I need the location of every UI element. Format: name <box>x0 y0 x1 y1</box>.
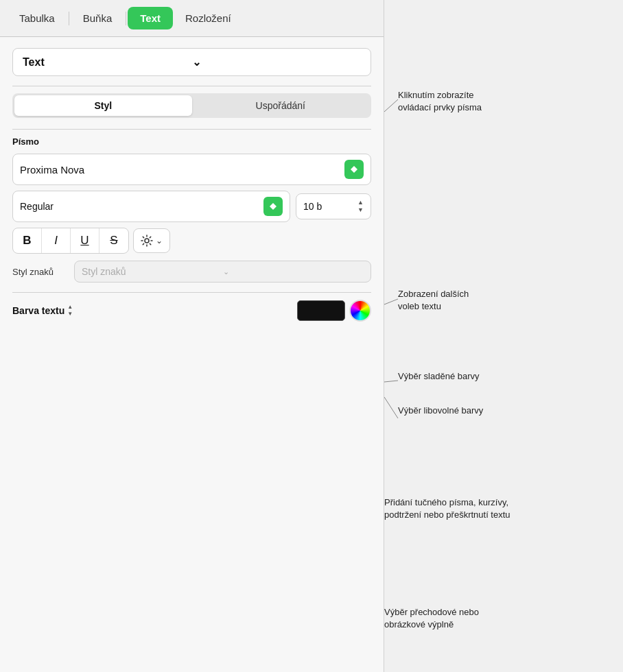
panel-content: Text ⌄ Styl Uspořádání Písmo Proxima Nov… <box>0 37 384 672</box>
underline-button[interactable]: U <box>71 228 99 253</box>
font-name-stepper[interactable] <box>344 160 364 179</box>
annotations-area: Kliknutím zobrazíte ovládací prvky písma… <box>384 0 623 672</box>
text-color-stepper[interactable]: ▲ ▼ <box>67 304 73 317</box>
color-controls <box>297 300 371 322</box>
tab-text[interactable]: Text <box>128 7 173 29</box>
color-label-group[interactable]: Barva textu ▲ ▼ <box>12 304 73 317</box>
annotation-more-options: Zobrazení dalších voleb textu <box>398 288 469 313</box>
font-name-value: Proxima Nova <box>20 164 344 176</box>
format-group: B I U S <box>12 228 129 254</box>
svg-line-8 <box>384 397 398 418</box>
annotation-format-note: Přidání tučného písma, kurzívy, podtržen… <box>384 496 510 521</box>
text-dropdown[interactable]: Text ⌄ <box>12 48 371 76</box>
color-down-arrow: ▼ <box>67 311 73 317</box>
annotation-matched-color: Výběr sladěné barvy <box>398 370 480 383</box>
annotation-font-controls: Kliknutím zobrazíte ovládací prvky písma <box>398 89 482 114</box>
svg-marker-2 <box>270 203 277 206</box>
font-style-picker[interactable]: Regular <box>12 191 290 222</box>
color-swatch[interactable] <box>297 300 345 321</box>
divider-2 <box>12 129 371 130</box>
size-up-arrow: ▲ <box>357 200 364 206</box>
svg-line-6 <box>384 299 398 304</box>
svg-point-4 <box>145 239 149 243</box>
annotation-gradient-note: Výběr přechodové nebo obrázkové výplně <box>384 606 479 631</box>
char-style-placeholder: Styl znaků <box>82 266 223 277</box>
svg-marker-1 <box>351 169 357 173</box>
color-wheel[interactable] <box>349 300 371 322</box>
font-size-picker[interactable]: 10 b ▲ ▼ <box>296 193 371 219</box>
font-style-row: Regular 10 b ▲ ▼ <box>12 191 371 222</box>
bold-button[interactable]: B <box>13 228 42 253</box>
text-color-row: Barva textu ▲ ▼ <box>12 300 371 322</box>
tab-tabulka[interactable]: Tabulka <box>7 7 67 29</box>
char-style-row: Styl znaků Styl znaků ⌄ <box>12 261 371 283</box>
toggle-usporadani[interactable]: Uspořádání <box>192 95 370 116</box>
color-up-arrow: ▲ <box>67 304 73 310</box>
font-style-value: Regular <box>20 201 263 212</box>
more-options-button[interactable]: ⌄ <box>133 228 170 253</box>
svg-marker-3 <box>270 206 277 210</box>
tab-bunka[interactable]: Buňka <box>71 7 125 29</box>
italic-button[interactable]: I <box>42 228 71 253</box>
format-row: B I U S ⌄ <box>12 228 371 254</box>
font-size-value: 10 b <box>303 201 357 212</box>
style-arrangement-toggle: Styl Uspořádání <box>12 93 371 118</box>
chevron-down-icon: ⌄ <box>192 56 362 69</box>
divider-3 <box>12 292 371 293</box>
size-down-arrow: ▼ <box>357 207 364 213</box>
gear-icon <box>141 235 153 247</box>
tab-separator-1 <box>69 12 69 25</box>
tab-bar: Tabulka Buňka Text Rozložení <box>0 0 384 37</box>
svg-marker-0 <box>351 166 357 169</box>
tab-separator-2 <box>126 12 126 25</box>
divider-1 <box>12 86 371 86</box>
font-name-picker[interactable]: Proxima Nova <box>12 154 371 185</box>
text-dropdown-label: Text <box>23 56 192 69</box>
text-color-label: Barva textu <box>12 305 64 316</box>
svg-line-7 <box>384 381 398 382</box>
char-style-label: Styl znaků <box>12 267 74 277</box>
strikethrough-button[interactable]: S <box>99 228 128 253</box>
font-style-stepper[interactable] <box>263 197 283 216</box>
annotation-any-color: Výběr libovolné barvy <box>398 405 483 417</box>
char-style-chevron: ⌄ <box>223 267 364 276</box>
svg-line-5 <box>384 99 398 112</box>
char-style-dropdown[interactable]: Styl znaků ⌄ <box>74 261 371 283</box>
font-size-stepper[interactable]: ▲ ▼ <box>357 200 364 213</box>
toggle-styl[interactable]: Styl <box>14 95 192 116</box>
font-section-label: Písmo <box>12 136 371 147</box>
tab-rozlozeni[interactable]: Rozložení <box>173 7 244 29</box>
more-options-chevron: ⌄ <box>156 236 163 245</box>
